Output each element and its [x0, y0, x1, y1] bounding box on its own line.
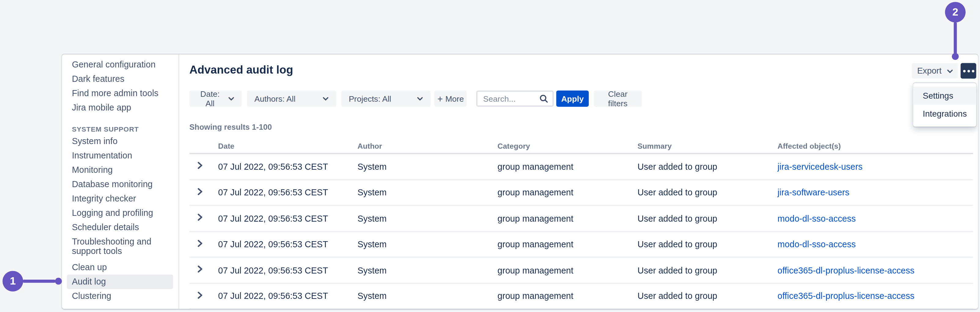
menu-item-integrations[interactable]: Integrations — [913, 105, 976, 123]
chevron-down-icon — [323, 97, 329, 101]
expand-row-button[interactable] — [189, 161, 218, 172]
main-content: Advanced audit log Export Settings Integ… — [180, 54, 978, 309]
menu-item-settings[interactable]: Settings — [913, 87, 976, 105]
authors-filter-label: Authors: All — [255, 94, 295, 103]
content-card: General configuration Dark features Find… — [62, 54, 978, 309]
sidebar-section-label: SYSTEM SUPPORT — [62, 125, 178, 133]
column-header-category: Category — [498, 141, 638, 150]
table-row: 07 Jul 2022, 09:56:53 CEST System group … — [189, 180, 973, 206]
cell-affected-objects: office365-dl-proplus-license-access — [777, 265, 973, 275]
cell-category: group management — [498, 162, 638, 171]
chevron-down-icon — [947, 66, 953, 76]
expand-row-button[interactable] — [189, 213, 218, 224]
sidebar-top-group: General configuration Dark features Find… — [62, 57, 178, 115]
table-row: 07 Jul 2022, 09:56:53 CEST System group … — [189, 206, 973, 232]
cell-author: System — [358, 239, 498, 249]
sidebar-item-integrity-checker[interactable]: Integrity checker — [62, 192, 178, 206]
column-header-affected-objects: Affected object(s) — [777, 141, 973, 150]
callout-1-connector-line — [22, 280, 56, 283]
table-row: 07 Jul 2022, 09:56:53 CEST System group … — [189, 258, 973, 283]
cell-author: System — [358, 162, 498, 171]
sidebar-item-system-info[interactable]: System info — [62, 134, 178, 149]
affected-object-link[interactable]: jira-servicedesk-users — [777, 162, 862, 171]
cell-author: System — [358, 265, 498, 275]
search-icon — [539, 94, 548, 103]
chevron-right-icon — [197, 214, 202, 223]
column-header-author: Author — [358, 141, 498, 150]
cell-affected-objects: modo-dl-sso-access — [777, 239, 973, 249]
chevron-right-icon — [197, 162, 202, 171]
sidebar-item-find-more-admin-tools[interactable]: Find more admin tools — [62, 86, 178, 100]
column-header-summary: Summary — [637, 141, 777, 150]
export-button[interactable]: Export — [912, 63, 958, 79]
cell-author: System — [358, 291, 498, 301]
chevron-right-icon — [197, 265, 202, 275]
more-filters-button[interactable]: + More — [434, 90, 467, 106]
sidebar-item-clustering[interactable]: Clustering — [62, 289, 178, 304]
projects-filter-label: Projects: All — [349, 94, 391, 103]
expand-row-button[interactable] — [189, 187, 218, 198]
cell-date: 07 Jul 2022, 09:56:53 CEST — [218, 214, 358, 223]
cell-summary: User added to group — [637, 187, 777, 198]
authors-filter-dropdown[interactable]: Authors: All — [247, 90, 336, 106]
sidebar-item-scheduler-details[interactable]: Scheduler details — [62, 220, 178, 235]
callout-1-badge: 1 — [2, 271, 23, 291]
sidebar-item-logging-and-profiling[interactable]: Logging and profiling — [62, 206, 178, 220]
sidebar-item-clean-up[interactable]: Clean up — [62, 260, 178, 275]
chevron-down-icon — [228, 97, 234, 101]
search-input[interactable] — [483, 94, 539, 103]
cell-summary: User added to group — [637, 291, 777, 301]
cell-date: 07 Jul 2022, 09:56:53 CEST — [218, 265, 358, 275]
cell-category: group management — [498, 187, 638, 198]
sidebar-item-instrumentation[interactable]: Instrumentation — [62, 149, 178, 163]
cell-summary: User added to group — [637, 214, 777, 223]
more-actions-button[interactable] — [961, 63, 976, 79]
cell-author: System — [358, 214, 498, 223]
chevron-right-icon — [197, 291, 202, 301]
expand-row-button[interactable] — [189, 291, 218, 301]
callout-1-connector-dot — [55, 278, 62, 285]
cell-category: group management — [498, 291, 638, 301]
export-button-label: Export — [917, 66, 942, 76]
cell-affected-objects: jira-servicedesk-users — [777, 162, 973, 171]
table-row: 07 Jul 2022, 09:56:53 CEST System group … — [189, 232, 973, 258]
table-row: 07 Jul 2022, 09:56:53 CEST System group … — [189, 283, 973, 309]
sidebar-item-dark-features[interactable]: Dark features — [62, 72, 178, 86]
page-title: Advanced audit log — [189, 64, 293, 77]
affected-object-link[interactable]: modo-dl-sso-access — [777, 214, 856, 223]
ellipsis-icon — [963, 70, 974, 72]
admin-sidebar: General configuration Dark features Find… — [62, 54, 179, 309]
filter-bar: Date: All Authors: All Projects: All — [189, 90, 642, 106]
sidebar-item-database-monitoring[interactable]: Database monitoring — [62, 177, 178, 192]
sidebar-item-jira-mobile-app[interactable]: Jira mobile app — [62, 100, 178, 115]
sidebar-item-troubleshooting-and-support-tools[interactable]: Troubleshooting and support tools — [62, 235, 178, 258]
page: General configuration Dark features Find… — [0, 0, 980, 312]
chevron-right-icon — [197, 240, 202, 249]
affected-object-link[interactable]: jira-software-users — [777, 187, 849, 198]
chevron-down-icon — [417, 97, 423, 101]
sidebar-item-monitoring[interactable]: Monitoring — [62, 163, 178, 177]
sidebar-item-general-configuration[interactable]: General configuration — [62, 57, 178, 72]
cell-date: 07 Jul 2022, 09:56:53 CEST — [218, 187, 358, 198]
cell-affected-objects: modo-dl-sso-access — [777, 214, 973, 223]
apply-button[interactable]: Apply — [556, 90, 589, 106]
expand-row-button[interactable] — [189, 264, 218, 276]
date-filter-dropdown[interactable]: Date: All — [189, 90, 242, 106]
affected-object-link[interactable]: office365-dl-proplus-license-access — [777, 291, 914, 301]
sidebar-item-audit-log[interactable]: Audit log — [67, 275, 173, 289]
clear-filters-button[interactable]: Clear filters — [593, 90, 642, 106]
callout-2-connector-line — [954, 22, 957, 54]
cell-summary: User added to group — [637, 162, 777, 171]
callout-2-connector-dot — [952, 53, 959, 60]
projects-filter-dropdown[interactable]: Projects: All — [341, 90, 430, 106]
sidebar-system-support-group: System info Instrumentation Monitoring D… — [62, 134, 178, 304]
cell-summary: User added to group — [637, 265, 777, 275]
table-header-row: Date Author Category Summary Affected ob… — [189, 139, 973, 154]
expand-row-button[interactable] — [189, 239, 218, 250]
audit-log-table: Date Author Category Summary Affected ob… — [189, 139, 973, 309]
affected-object-link[interactable]: modo-dl-sso-access — [777, 239, 856, 249]
affected-object-link[interactable]: office365-dl-proplus-license-access — [777, 265, 914, 275]
cell-date: 07 Jul 2022, 09:56:53 CEST — [218, 291, 358, 301]
callout-2-badge: 2 — [945, 2, 965, 22]
cell-affected-objects: jira-software-users — [777, 187, 973, 198]
